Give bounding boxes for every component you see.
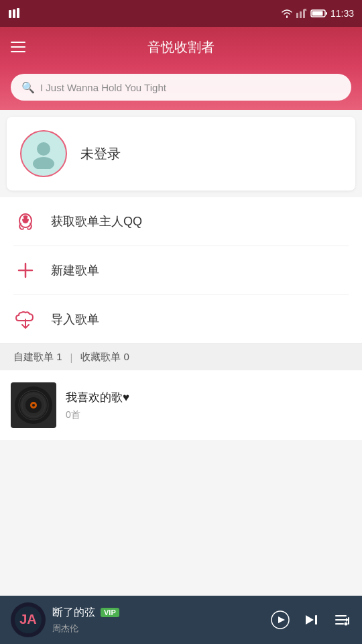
svg-point-37 <box>345 623 348 626</box>
menu-item-new-label: 新建歌单 <box>51 262 99 278</box>
vinyl-cover <box>11 382 56 428</box>
qq-icon <box>13 209 38 233</box>
plus-icon <box>13 258 38 282</box>
player-song-title: 断了的弦 <box>52 606 95 620</box>
tabs-bar: 自建歌单 1 | 收藏歌单 0 <box>0 343 362 370</box>
svg-point-24 <box>32 404 35 407</box>
vip-badge: VIP <box>101 608 119 617</box>
status-right-icons: 11:33 <box>281 8 354 19</box>
svg-rect-2 <box>17 8 19 18</box>
svg-rect-3 <box>296 13 298 18</box>
app-header: 音悦收割者 <box>0 27 362 67</box>
profile-card[interactable]: 未登录 <box>7 117 355 191</box>
search-icon: 🔍 <box>21 81 35 94</box>
player-artist: 周杰伦 <box>52 623 264 635</box>
tab-collected[interactable]: 收藏歌单 0 <box>80 351 129 364</box>
app-title: 音悦收割者 <box>147 38 215 56</box>
player-controls <box>271 610 351 629</box>
svg-point-12 <box>33 157 54 169</box>
menu-button[interactable] <box>11 42 25 52</box>
menu-item-import[interactable]: 导入歌单 <box>13 295 349 343</box>
status-left-icons <box>8 7 23 20</box>
player-title-row: 断了的弦 VIP <box>52 606 264 620</box>
play-button[interactable] <box>271 610 290 629</box>
search-wrapper: 🔍 I Just Wanna Hold You Tight <box>0 67 362 110</box>
svg-point-15 <box>22 217 24 219</box>
svg-rect-4 <box>300 11 302 18</box>
player-album-art[interactable]: JA <box>11 602 46 637</box>
avatar-icon <box>27 136 60 172</box>
status-time: 11:33 <box>330 8 354 19</box>
not-logged-label: 未登录 <box>80 145 121 163</box>
svg-point-16 <box>27 217 29 219</box>
svg-marker-31 <box>306 615 314 625</box>
svg-rect-10 <box>326 12 327 15</box>
svg-rect-9 <box>312 11 322 16</box>
menu-item-import-label: 导入歌单 <box>51 311 99 327</box>
search-placeholder: I Just Wanna Hold You Tight <box>40 82 166 93</box>
playlist-item[interactable]: 我喜欢的歌♥ 0首 <box>11 377 351 433</box>
menu-item-new[interactable]: 新建歌单 <box>13 246 349 295</box>
player-info: 断了的弦 VIP 周杰伦 <box>52 606 264 635</box>
svg-text:JA: JA <box>19 612 37 627</box>
svg-rect-32 <box>315 615 317 625</box>
menu-item-qq-label: 获取歌单主人QQ <box>51 213 142 229</box>
tab-created[interactable]: 自建歌单 1 <box>13 351 62 364</box>
playlist-name: 我喜欢的歌♥ <box>66 390 129 405</box>
cloud-download-icon <box>13 307 38 331</box>
search-bar[interactable]: 🔍 I Just Wanna Hold You Tight <box>11 74 351 101</box>
tab-divider: | <box>70 352 73 363</box>
next-button[interactable] <box>303 611 320 629</box>
svg-marker-30 <box>278 616 285 623</box>
bottom-player: JA 断了的弦 VIP 周杰伦 <box>0 596 362 644</box>
svg-rect-0 <box>9 10 11 18</box>
menu-item-qq[interactable]: 获取歌单主人QQ <box>13 197 349 246</box>
playlist-info: 我喜欢的歌♥ 0首 <box>66 390 129 421</box>
svg-point-14 <box>22 215 29 223</box>
svg-rect-1 <box>13 9 15 18</box>
status-bar: 11:33 <box>0 0 362 27</box>
playlist-section: 我喜欢的歌♥ 0首 <box>0 370 362 440</box>
svg-point-11 <box>37 142 50 156</box>
playlist-count: 0首 <box>66 409 129 421</box>
menu-list: 获取歌单主人QQ 新建歌单 导入歌单 <box>0 197 362 343</box>
avatar <box>20 130 67 177</box>
playlist-button[interactable] <box>334 611 351 629</box>
